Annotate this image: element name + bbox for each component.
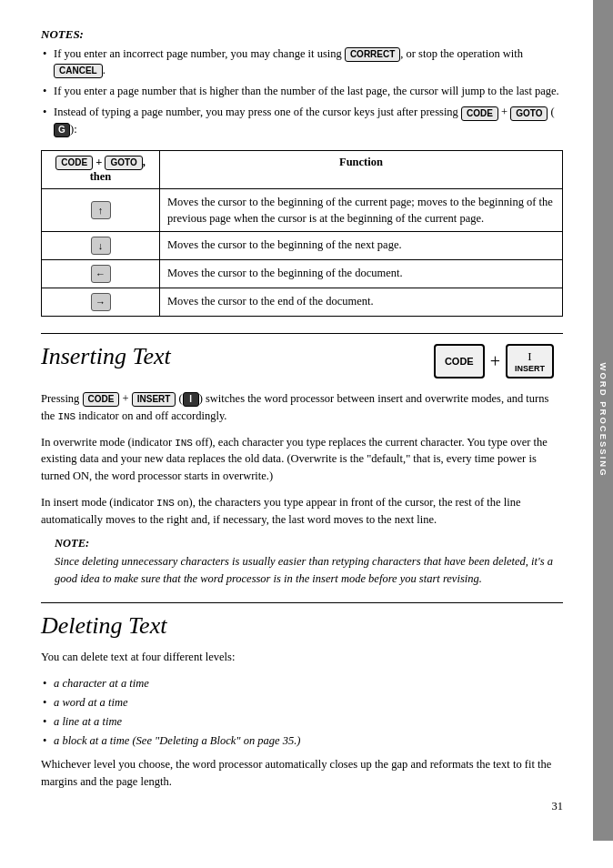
insert-large-key: I INSERT [506, 344, 554, 378]
insert-key-top-label: I [528, 349, 531, 364]
deleting-divider [41, 602, 563, 603]
plus-icon: + [490, 351, 500, 372]
table-cell-func-up: Moves the cursor to the beginning of the… [160, 188, 563, 231]
inserting-divider [41, 333, 563, 334]
table-row: ↑ Moves the cursor to the beginning of t… [42, 188, 563, 231]
inserting-para3: In insert mode (indicator INS on), the c… [41, 494, 563, 529]
page-number: 31 [41, 800, 563, 813]
correct-key: CORRECT [345, 47, 400, 62]
table-header-function: Function [160, 150, 563, 188]
function-table: CODE + GOTO, then Function ↑ Moves the c… [41, 150, 563, 317]
left-arrow-key: ← [91, 265, 111, 283]
insert-key-bottom-label: INSERT [515, 364, 545, 373]
cancel-key: CANCEL [54, 64, 103, 78]
page: NOTES: If you enter an incorrect page nu… [0, 0, 613, 841]
note-item-3: Instead of typing a page number, you may… [41, 104, 563, 136]
table-row: ↓ Moves the cursor to the beginning of t… [42, 232, 563, 260]
note-block-title: NOTE: [55, 537, 563, 550]
table-cell-key-up: ↑ [42, 188, 160, 231]
sidebar-label: WORD PROCESSING [598, 363, 608, 478]
g-key-note: G [54, 123, 70, 137]
table-cell-func-right: Moves the cursor to the end of the docum… [160, 288, 563, 317]
code-key-note: CODE [461, 106, 498, 121]
table-row: → Moves the cursor to the end of the doc… [42, 288, 563, 317]
code-large-key: CODE [434, 344, 485, 378]
note-item-1: If you enter an incorrect page number, y… [41, 45, 563, 78]
note-block-text: Since deleting unnecessary characters is… [55, 553, 563, 588]
deleting-intro: You can delete text at four different le… [41, 649, 563, 666]
goto-key-th: GOTO [105, 156, 142, 170]
sidebar: WORD PROCESSING [593, 0, 613, 841]
table-cell-key-left: ← [42, 260, 160, 288]
delete-level-1: a character at a time [41, 675, 563, 691]
table-cell-func-down: Moves the cursor to the beginning of the… [160, 232, 563, 260]
down-arrow-key: ↓ [91, 237, 111, 255]
i-key-p1: I [183, 392, 199, 407]
delete-level-3: a line at a time [41, 713, 563, 730]
table-cell-key-right: → [42, 288, 160, 317]
code-large-key-label: CODE [445, 356, 474, 367]
deleting-header: Deleting Text [41, 612, 563, 640]
inserting-para1: Pressing CODE + INSERT (I) switches the … [41, 390, 563, 425]
deleting-closing: Whichever level you choose, the word pro… [41, 756, 563, 791]
delete-level-4: a block at a time (See "Deleting a Block… [41, 732, 563, 749]
notes-title: NOTES: [41, 27, 563, 42]
ins-indicator-3: INS [156, 498, 175, 509]
ins-indicator-1: INS [57, 411, 75, 422]
inserting-title: Inserting Text [41, 343, 171, 370]
notes-list: If you enter an incorrect page number, y… [41, 45, 563, 137]
goto-key-note: GOTO [510, 106, 548, 121]
right-arrow-key: → [91, 293, 111, 311]
inserting-para2: In overwrite mode (indicator INS off), e… [41, 434, 563, 485]
table-header-key: CODE + GOTO, then [42, 150, 160, 188]
table-row: ← Moves the cursor to the beginning of t… [42, 260, 563, 288]
table-cell-key-down: ↓ [42, 232, 160, 260]
ins-indicator-2: INS [175, 438, 193, 449]
deleting-levels-list: a character at a time a word at a time a… [41, 675, 563, 750]
insert-key-p1: INSERT [132, 392, 176, 407]
inserting-header: Inserting Text CODE + I INSERT [41, 343, 563, 379]
deleting-title: Deleting Text [41, 612, 563, 640]
note-block: NOTE: Since deleting unnecessary charact… [55, 537, 563, 588]
note-item-2: If you enter a page number that is highe… [41, 83, 563, 99]
delete-level-2: a word at a time [41, 694, 563, 711]
up-arrow-key: ↑ [91, 201, 111, 219]
notes-section: NOTES: If you enter an incorrect page nu… [41, 27, 563, 137]
code-key-p1: CODE [83, 392, 120, 407]
table-cell-func-left: Moves the cursor to the beginning of the… [160, 260, 563, 288]
code-key-th: CODE [55, 156, 93, 170]
insert-key-combo: CODE + I INSERT [434, 344, 554, 378]
